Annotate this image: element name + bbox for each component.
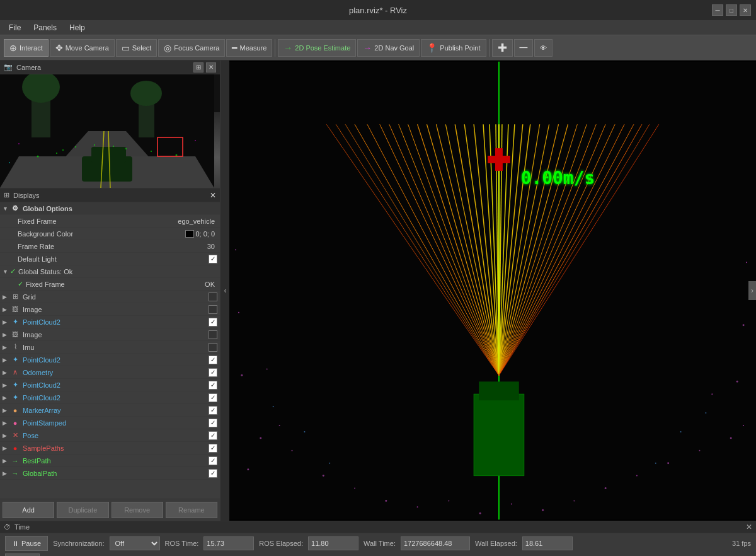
global-options-arrow: ▼ xyxy=(3,206,10,212)
tool-2d-pose[interactable]: → 2D Pose Estimate xyxy=(278,39,356,57)
image1-row[interactable]: ▶ 🖼 Image xyxy=(0,303,220,316)
sample-paths-checkbox[interactable]: ✓ xyxy=(209,444,217,453)
fixed-frame-row[interactable]: Fixed Frame ego_vehicle xyxy=(0,215,220,228)
tool-measure[interactable]: ━ Measure xyxy=(226,39,272,57)
tool-interact[interactable]: ⊕ Interact xyxy=(4,39,49,57)
marker-array-row[interactable]: ▶ ● MarkerArray ✓ xyxy=(0,404,220,417)
odometry-icon: ∧ xyxy=(10,368,20,378)
tool-focus-camera[interactable]: ◎ Focus Camera xyxy=(158,39,225,57)
wall-time-input[interactable] xyxy=(401,536,470,550)
interact-icon: ⊕ xyxy=(9,43,17,53)
point-stamped-row[interactable]: ▶ ● PointStamped ✓ xyxy=(0,417,220,429)
3d-viewport[interactable]: 0.00m/s › xyxy=(229,61,756,521)
tool-focus-camera-label: Focus Camera xyxy=(174,44,219,52)
pc2-1-label: PointCloud2 xyxy=(23,318,209,326)
pc2-3-row[interactable]: ▶ ✦ PointCloud2 ✓ xyxy=(0,379,220,391)
pc2-2-row[interactable]: ▶ ✦ PointCloud2 ✓ xyxy=(0,354,220,366)
window-title: plan.rviz* - RViz xyxy=(349,6,407,15)
global-status-row[interactable]: ▼ ✓ Global Status: Ok xyxy=(0,265,220,278)
odometry-row[interactable]: ▶ ∧ Odometry ✓ xyxy=(0,366,220,379)
viewport-side-arrow[interactable]: › xyxy=(748,281,756,300)
close-button[interactable]: ✕ xyxy=(740,4,751,16)
pc2-4-checkbox[interactable]: ✓ xyxy=(209,393,217,402)
camera-close-btn[interactable]: ✕ xyxy=(206,62,216,72)
wall-elapsed-input[interactable] xyxy=(522,536,573,550)
global-status-fixed-frame-row[interactable]: ✓ Fixed Frame OK xyxy=(0,278,220,291)
toolbar-sep-1 xyxy=(275,39,275,57)
toolbar-plus[interactable]: ✚ xyxy=(492,39,513,57)
best-path-checkbox[interactable]: ✓ xyxy=(209,456,217,465)
pose-row[interactable]: ▶ ✕ Pose ✓ xyxy=(0,429,220,442)
odometry-checkbox[interactable]: ✓ xyxy=(209,368,217,377)
pause-button[interactable]: ⏸ Pause xyxy=(5,536,48,551)
remove-button[interactable]: Remove xyxy=(112,502,163,518)
global-path-label: GlobalPath xyxy=(23,470,209,477)
grid-row[interactable]: ▶ ⊞ Grid xyxy=(0,291,220,303)
imu-checkbox[interactable] xyxy=(209,343,217,352)
image2-checkbox[interactable] xyxy=(209,330,217,339)
toolbar-minus[interactable]: ─ xyxy=(514,39,534,57)
sample-paths-row[interactable]: ▶ ● SamplePaths ✓ xyxy=(0,442,220,455)
tool-select[interactable]: ▭ Select xyxy=(116,39,158,57)
grid-checkbox[interactable] xyxy=(209,292,217,301)
tool-publish-point[interactable]: 📍 Publish Point xyxy=(421,39,486,57)
svg-point-26 xyxy=(279,425,280,426)
publish-point-icon: 📍 xyxy=(427,43,437,53)
bg-color-label: Background Color xyxy=(18,230,185,238)
menu-file[interactable]: File xyxy=(3,22,27,33)
reset-button[interactable]: Reset xyxy=(5,553,40,556)
pc2-1-checkbox[interactable]: ✓ xyxy=(209,318,217,327)
frame-rate-row[interactable]: Frame Rate 30 xyxy=(0,240,220,253)
displays-buttons: Add Duplicate Remove Rename xyxy=(0,499,220,521)
ros-elapsed-input[interactable] xyxy=(308,536,358,550)
sync-select[interactable]: Off Approximate Exact xyxy=(110,536,160,550)
image2-row[interactable]: ▶ 🖼 Image xyxy=(0,328,220,341)
pc2-2-checkbox[interactable]: ✓ xyxy=(209,356,217,364)
default-light-checkbox[interactable]: ✓ xyxy=(209,255,217,264)
image1-checkbox[interactable] xyxy=(209,305,217,314)
pc2-1-row[interactable]: ▶ ✦ PointCloud2 ✓ xyxy=(0,316,220,328)
svg-point-33 xyxy=(448,500,449,501)
best-path-icon: → xyxy=(10,456,20,466)
time-close-btn[interactable]: ✕ xyxy=(746,523,752,531)
rename-button[interactable]: Rename xyxy=(166,502,217,518)
duplicate-button[interactable]: Duplicate xyxy=(57,502,108,518)
image2-icon: 🖼 xyxy=(10,330,20,340)
tool-2d-pose-label: 2D Pose Estimate xyxy=(295,44,350,52)
pc2-4-row[interactable]: ▶ ✦ PointCloud2 ✓ xyxy=(0,391,220,404)
imu-row[interactable]: ▶ ⌇ Imu xyxy=(0,341,220,354)
camera-panel: 📷 Camera ⊞ ✕ xyxy=(0,61,220,188)
camera-header-left: 📷 Camera xyxy=(4,63,41,71)
svg-point-12 xyxy=(113,146,114,147)
best-path-row[interactable]: ▶ → BestPath ✓ xyxy=(0,455,220,467)
global-path-checkbox[interactable]: ✓ xyxy=(209,469,217,478)
point-stamped-checkbox[interactable]: ✓ xyxy=(209,419,217,427)
tool-move-camera[interactable]: ✥ Move Camera xyxy=(50,39,115,57)
camera-maximize-btn[interactable]: ⊞ xyxy=(193,62,203,72)
global-path-row[interactable]: ▶ → GlobalPath ✓ xyxy=(0,467,220,480)
add-button[interactable]: Add xyxy=(3,502,54,518)
maximize-button[interactable]: □ xyxy=(726,4,737,16)
frame-rate-value: 30 xyxy=(207,243,215,250)
menu-panels[interactable]: Panels xyxy=(27,22,63,33)
global-path-icon: → xyxy=(10,468,20,478)
best-path-label: BestPath xyxy=(23,457,209,465)
panel-collapse-arrow[interactable]: ‹ xyxy=(220,61,229,521)
pose-label: Pose xyxy=(23,432,209,439)
toolbar-eye[interactable]: 👁 xyxy=(534,39,553,57)
svg-point-30 xyxy=(354,488,355,489)
default-light-row[interactable]: Default Light ✓ xyxy=(0,253,220,265)
pc2-3-checkbox[interactable]: ✓ xyxy=(209,381,217,390)
tool-2d-nav[interactable]: → 2D Nav Goal xyxy=(357,39,420,57)
bg-color-row[interactable]: Background Color 0; 0; 0 xyxy=(0,228,220,240)
tool-2d-nav-label: 2D Nav Goal xyxy=(374,44,414,52)
global-options-row[interactable]: ▼ ⚙ Global Options xyxy=(0,202,220,215)
bg-color-swatch[interactable] xyxy=(185,230,194,238)
pose-checkbox[interactable]: ✓ xyxy=(209,431,217,440)
svg-point-23 xyxy=(9,162,10,163)
marker-array-checkbox[interactable]: ✓ xyxy=(209,406,217,415)
menu-help[interactable]: Help xyxy=(63,22,91,33)
minimize-button[interactable]: ─ xyxy=(712,4,723,16)
ros-time-input[interactable] xyxy=(203,536,254,550)
displays-close-btn[interactable]: ✕ xyxy=(210,191,216,200)
